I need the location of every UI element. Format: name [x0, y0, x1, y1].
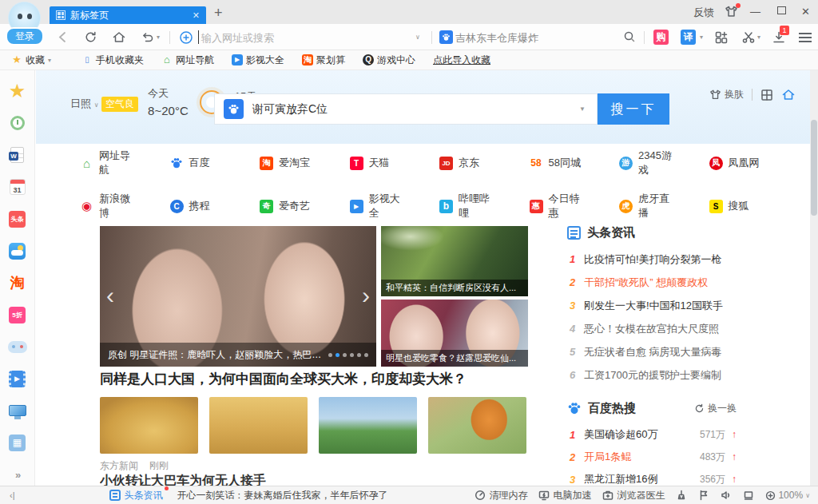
side-story-game[interactable]: 和平精英：自信判断房区没有人...	[381, 226, 528, 296]
article-source[interactable]: 东方新闻	[100, 459, 138, 473]
broom-icon[interactable]	[676, 490, 687, 501]
calendar-icon[interactable]: 31	[8, 177, 27, 196]
back-icon[interactable]	[56, 30, 69, 44]
tab-close-icon[interactable]: ✕	[193, 10, 200, 21]
change-skin-button[interactable]: 换肤	[709, 88, 744, 101]
weather-icon[interactable]	[8, 241, 27, 260]
statusbar-toutiao[interactable]: 头条资讯	[109, 489, 163, 502]
download-icon[interactable]: 1	[772, 30, 786, 45]
home-icon[interactable]	[112, 30, 126, 44]
toutiao-icon[interactable]: 头条	[8, 209, 27, 228]
news-item[interactable]: 6工资1700元的援鄂护士要编制	[567, 363, 737, 387]
carousel-prev-icon[interactable]: ‹	[106, 284, 114, 308]
next-article-headline-clipped[interactable]: 小伙转让大巴车为何无人接手	[100, 473, 531, 486]
undo-icon[interactable]	[141, 30, 155, 44]
screenshot-scissors-icon[interactable]	[741, 30, 756, 45]
translate-icon[interactable]: 译	[681, 30, 696, 45]
thumbnail-rice-field[interactable]	[319, 397, 417, 454]
refresh-icon[interactable]	[84, 30, 97, 44]
menu-icon[interactable]	[799, 33, 812, 42]
scissors-dropdown-icon[interactable]: ▾	[757, 34, 760, 41]
quicklink-2345games[interactable]: 游2345游戏	[587, 149, 677, 177]
home-blue-icon[interactable]	[781, 88, 796, 101]
clean-memory-button[interactable]: 清理内存	[475, 489, 527, 502]
bookmark-import-link[interactable]: 点此导入收藏	[433, 54, 490, 67]
search-box[interactable]: 谢可寅放弃C位 ▼	[214, 93, 598, 125]
refresh-hot-button[interactable]: 换一换	[694, 402, 737, 415]
undo-dropdown-icon[interactable]: ▾	[157, 34, 160, 41]
weather-city[interactable]: 日照 ∨	[70, 97, 98, 109]
bookmark-juhuasuan[interactable]: 淘 聚划算	[302, 54, 345, 67]
quicklink-deals[interactable]: 惠今日特惠	[498, 192, 588, 220]
address-dropdown-icon[interactable]: ∨	[415, 34, 420, 41]
quicklink-ctrip[interactable]: C携程	[138, 192, 228, 220]
tab-new-page[interactable]: 新标签页 ✕	[50, 6, 206, 24]
speaker-icon[interactable]	[721, 490, 732, 501]
bookmark-favorites[interactable]: ★ 收藏 ▾	[11, 54, 51, 67]
favorites-dropdown-icon[interactable]: ▾	[48, 57, 51, 64]
sidebar-expand-icon[interactable]: »	[8, 465, 27, 484]
quicklink-baidu[interactable]: 百度	[138, 149, 228, 177]
hot-item[interactable]: 2开局1条鲲483万↑	[567, 446, 737, 468]
quicklink-tmall[interactable]: T天猫	[318, 149, 408, 177]
article-thumbnails[interactable]	[100, 397, 526, 454]
search-icon[interactable]	[623, 30, 636, 43]
scrollbar-thumb[interactable]	[811, 120, 817, 216]
zoom-control[interactable]: 100% ∨	[765, 490, 810, 501]
add-favorite-icon[interactable]	[179, 30, 193, 45]
article-headline[interactable]: 同样是人口大国，为何中国面向全球买大米，印度却卖大米？	[100, 370, 531, 388]
quicklink-sohu[interactable]: S搜狐	[677, 192, 768, 220]
flag-icon[interactable]	[698, 490, 709, 501]
vertical-scrollbar[interactable]	[810, 70, 818, 486]
layout-grid-icon[interactable]	[760, 89, 773, 101]
hot-search-suggestion[interactable]: 吉林东丰仓库爆炸	[455, 31, 538, 46]
thumbnail-farmer[interactable]	[428, 397, 526, 454]
coupon-icon[interactable]: 5折	[8, 305, 27, 324]
thumbnail-wheat-2[interactable]	[209, 397, 308, 454]
translate-dropdown-icon[interactable]: ▾	[700, 34, 703, 41]
search-query-text[interactable]: 谢可寅放弃C位	[252, 102, 328, 117]
news-item[interactable]: 1比疫情可怕!美打响分裂第一枪	[567, 248, 737, 271]
window-mode-icon[interactable]	[743, 490, 754, 501]
monitor-icon[interactable]	[8, 401, 27, 420]
search-dropdown-icon[interactable]: ▼	[579, 105, 586, 113]
collapse-sidebar-icon[interactable]: ‹|	[10, 490, 15, 500]
news-item[interactable]: 2干部招“敢死队” 想颠覆政权	[567, 271, 737, 294]
calculator-icon[interactable]: ▦	[8, 433, 27, 452]
new-tab-button[interactable]: +	[214, 5, 223, 22]
side-story-celebs[interactable]: 明星也爱吃零食？赵露思爱吃仙...	[381, 300, 528, 367]
joke-ticker[interactable]: 开心一刻笑话：妻妹离婚后住我家，半年后怀孕了	[177, 489, 388, 502]
quicklink-huya[interactable]: 虎虎牙直播	[587, 192, 677, 220]
minimize-button[interactable]: —	[750, 6, 760, 18]
quicklink-bilibili[interactable]: b哔哩哔哩	[407, 192, 498, 220]
quicklink-sitenav[interactable]: ⌂网址导航	[48, 149, 138, 177]
browser-doctor-button[interactable]: 浏览器医生	[602, 489, 665, 502]
favorites-star-icon[interactable]: ★	[8, 81, 27, 101]
carousel-next-icon[interactable]: ›	[362, 284, 370, 308]
bookmark-game-center[interactable]: Q 游戏中心	[363, 54, 415, 67]
bookmark-movies[interactable]: ▶ 影视大全	[232, 54, 284, 67]
close-button[interactable]: ✕	[801, 6, 810, 18]
word-doc-icon[interactable]: W	[8, 145, 27, 165]
shopping-icon[interactable]: 购	[653, 30, 669, 45]
news-item[interactable]: 3刚发生一大事!中国和12国联手	[567, 294, 737, 317]
gamepad-icon[interactable]	[8, 337, 27, 356]
quicklink-jd[interactable]: JD京东	[407, 149, 498, 177]
feedback-link[interactable]: 反馈	[693, 6, 714, 20]
pc-speedup-button[interactable]: 电脑加速	[538, 489, 591, 502]
quicklink-aitaobao[interactable]: 淘爱淘宝	[228, 149, 318, 177]
hot-item[interactable]: 1美国确诊超60万571万↑	[567, 423, 737, 446]
quicklink-58[interactable]: 5858同城	[498, 149, 588, 177]
video-film-icon[interactable]: ▶	[8, 369, 27, 388]
news-item[interactable]: 5无症状者自愈 病房现大量病毒	[567, 340, 737, 363]
thumbnail-wheat-1[interactable]	[100, 397, 198, 454]
history-clock-icon[interactable]	[8, 113, 27, 133]
quicklink-movies[interactable]: ▶影视大全	[318, 192, 408, 220]
news-carousel[interactable]: ‹ › 原创 明星证件照：鹿晗吓人，赵丽颖脸大，热巴好美，...	[100, 226, 376, 367]
extensions-icon[interactable]	[714, 30, 729, 45]
news-item[interactable]: 4恶心！女模在故宫拍大尺度照	[567, 317, 737, 340]
quicklink-weibo[interactable]: ◉新浪微博	[48, 192, 138, 220]
skin-shirt-icon[interactable]	[725, 5, 738, 18]
maximize-button[interactable]	[777, 6, 786, 14]
quicklink-iqiyi[interactable]: 奇爱奇艺	[228, 192, 318, 220]
